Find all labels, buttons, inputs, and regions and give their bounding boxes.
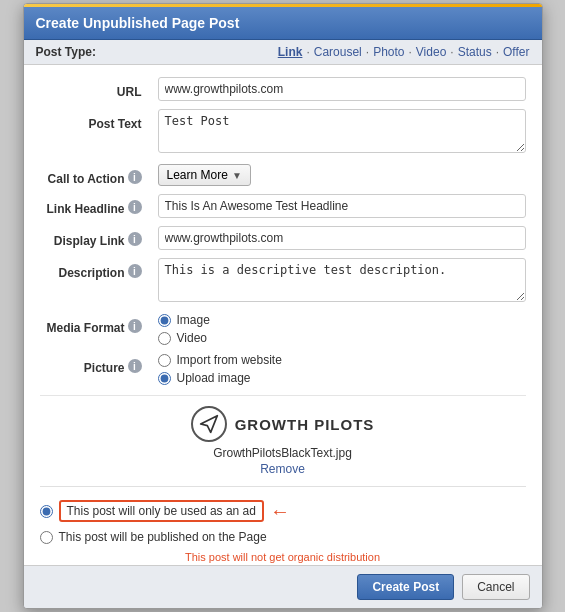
cta-label: Call to Action [48, 168, 125, 186]
picture-row: Picture i Import from website Upload ima… [40, 353, 526, 385]
url-row: URL [40, 77, 526, 101]
post-type-bar: Post Type: Link · Carousel · Photo · Vid… [24, 40, 542, 65]
media-format-group: Image Video [158, 313, 526, 345]
option1-row: This post will only be used as an ad ← [40, 495, 526, 527]
media-image-radio[interactable] [158, 314, 171, 327]
display-link-control [150, 226, 526, 250]
post-text-row: Post Text Test Post [40, 109, 526, 156]
media-image-label: Image [177, 313, 210, 327]
logo-container: GROWTH PILOTS [191, 406, 375, 442]
post-text-control: Test Post [150, 109, 526, 156]
create-post-button[interactable]: Create Post [357, 574, 454, 600]
dialog-footer: Create Post Cancel [24, 565, 542, 608]
cta-row: Call to Action i Learn More ▼ [40, 164, 526, 186]
cta-value: Learn More [167, 168, 228, 182]
media-format-control: Image Video [150, 313, 526, 345]
media-format-label: Media Format [46, 317, 124, 335]
red-arrow-icon: ← [270, 500, 290, 523]
media-video-radio[interactable] [158, 332, 171, 345]
publish-page-radio[interactable] [40, 531, 53, 544]
display-link-input[interactable] [158, 226, 526, 250]
post-text-label: Post Text [88, 113, 141, 131]
media-video-option[interactable]: Video [158, 331, 526, 345]
remove-link[interactable]: Remove [260, 462, 305, 476]
logo-icon [191, 406, 227, 442]
picture-label: Picture [84, 357, 125, 375]
display-link-info-icon[interactable]: i [128, 232, 142, 246]
post-type-offer[interactable]: Offer [503, 45, 529, 59]
post-type-links: Link · Carousel · Photo · Video · Status… [278, 45, 530, 59]
post-type-carousel[interactable]: Carousel [314, 45, 362, 59]
logo-section: GROWTH PILOTS GrowthPilotsBlackText.jpg … [40, 395, 526, 476]
cta-info-icon[interactable]: i [128, 170, 142, 184]
ad-only-highlight: This post will only be used as an ad [59, 500, 264, 522]
description-label: Description [58, 262, 124, 280]
headline-input[interactable] [158, 194, 526, 218]
media-format-row: Media Format i Image Video [40, 313, 526, 345]
url-input[interactable] [158, 77, 526, 101]
cta-control: Learn More ▼ [150, 164, 526, 186]
url-control [150, 77, 526, 101]
logo-text: GROWTH PILOTS [235, 416, 375, 433]
dialog-header: Create Unpublished Page Post [24, 7, 542, 40]
picture-info-icon[interactable]: i [128, 359, 142, 373]
media-format-info-icon[interactable]: i [128, 319, 142, 333]
import-website-radio[interactable] [158, 354, 171, 367]
ad-only-radio[interactable] [40, 505, 53, 518]
dialog-body: URL Post Text Test Post Call to Action i [24, 65, 542, 565]
post-type-video[interactable]: Video [416, 45, 446, 59]
post-type-link[interactable]: Link [278, 45, 303, 59]
import-website-option[interactable]: Import from website [158, 353, 526, 367]
picture-group: Import from website Upload image [158, 353, 526, 385]
description-row: Description i This is a descriptive test… [40, 258, 526, 305]
post-type-label: Post Type: [36, 45, 96, 59]
bottom-section: This post will only be used as an ad ← T… [40, 486, 526, 565]
organic-note: This post will not get organic distribut… [40, 551, 526, 563]
picture-control: Import from website Upload image [150, 353, 526, 385]
dialog: Create Unpublished Page Post Post Type: … [23, 3, 543, 609]
cta-arrow-icon: ▼ [232, 170, 242, 181]
upload-image-radio[interactable] [158, 372, 171, 385]
post-type-photo[interactable]: Photo [373, 45, 404, 59]
display-link-row: Display Link i [40, 226, 526, 250]
post-text-input[interactable]: Test Post [158, 109, 526, 153]
media-video-label: Video [177, 331, 207, 345]
ad-only-option[interactable]: This post will only be used as an ad [40, 497, 264, 525]
ad-only-label: This post will only be used as an ad [67, 504, 256, 518]
description-info-icon[interactable]: i [128, 264, 142, 278]
headline-control [150, 194, 526, 218]
dialog-title: Create Unpublished Page Post [36, 15, 240, 31]
description-control: This is a descriptive test description. [150, 258, 526, 305]
post-type-status[interactable]: Status [458, 45, 492, 59]
headline-label: Link Headline [46, 198, 124, 216]
cta-dropdown[interactable]: Learn More ▼ [158, 164, 251, 186]
url-label: URL [117, 81, 142, 99]
media-image-option[interactable]: Image [158, 313, 526, 327]
import-website-label: Import from website [177, 353, 282, 367]
display-link-label: Display Link [54, 230, 125, 248]
cancel-button[interactable]: Cancel [462, 574, 529, 600]
publish-page-label: This post will be published on the Page [59, 530, 267, 544]
send-icon [199, 414, 219, 434]
upload-image-option[interactable]: Upload image [158, 371, 526, 385]
description-input[interactable]: This is a descriptive test description. [158, 258, 526, 302]
headline-info-icon[interactable]: i [128, 200, 142, 214]
upload-image-label: Upload image [177, 371, 251, 385]
headline-row: Link Headline i [40, 194, 526, 218]
publish-page-option[interactable]: This post will be published on the Page [40, 527, 526, 547]
logo-filename: GrowthPilotsBlackText.jpg [213, 446, 352, 460]
